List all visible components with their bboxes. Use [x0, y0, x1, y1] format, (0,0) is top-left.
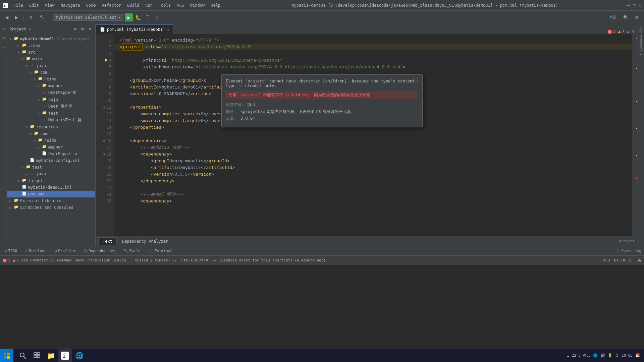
tree-item-user[interactable]: ☕ User 用户类: [7, 103, 95, 110]
tree-item-mybatistest[interactable]: ☕ MybatisTest 类: [7, 117, 95, 124]
start-button[interactable]: [0, 349, 13, 362]
code-content[interactable]: <?xml version="1.0" encoding="UTF-8"?> <…: [114, 34, 632, 236]
tool-terminal[interactable]: ⬛ Terminal: [147, 248, 174, 254]
menu-file[interactable]: File: [11, 2, 26, 9]
taskbar-taskview[interactable]: [30, 349, 44, 362]
menu-navigate[interactable]: Navigate: [58, 2, 83, 9]
tree-item-root[interactable]: ▼ 📁 mybatis-demo01 D:\develop\code: [7, 36, 95, 42]
status-bar-left: ⬤ 2 ▲ 7 Key Promoter X: Command Show Tra…: [3, 258, 599, 262]
problems-label: Problems: [29, 249, 47, 253]
tree-item-test2[interactable]: ▼ 📁 test: [7, 164, 95, 171]
tree-item-com2[interactable]: ▼ 📁 com: [7, 130, 95, 137]
tree-item-test-folder[interactable]: ▼ 📁 test: [7, 110, 95, 117]
tree-item-main[interactable]: ▼ 📁 main: [7, 56, 95, 62]
forward-button[interactable]: ▶: [12, 14, 21, 21]
tree-item-heima[interactable]: ▼ 📁 heima: [7, 76, 95, 82]
tool-dependencies[interactable]: ⬡ Dependencies: [82, 248, 117, 254]
taskbar-explorer[interactable]: 📁: [44, 349, 58, 362]
back-button[interactable]: ◀: [3, 14, 11, 21]
run-config-dropdown-icon[interactable]: ▾: [118, 15, 120, 20]
scroll-up-button[interactable]: ▲: [627, 29, 630, 34]
taskbar-search[interactable]: [16, 349, 30, 362]
tab-dependency-analyzer[interactable]: Dependency Analyzer: [118, 238, 172, 245]
tool-profiler[interactable]: ◎ Profiler: [53, 248, 78, 254]
taskbar-idea[interactable]: i: [58, 349, 72, 362]
menu-refactor[interactable]: Refactor: [99, 2, 124, 9]
tree-item-mapper[interactable]: ▶ 📁 mapper: [7, 82, 95, 89]
sidebar-collapse-all[interactable]: ⇐: [72, 26, 78, 32]
tool-todo[interactable]: ☑ TODO: [3, 248, 19, 254]
line-num-13: 13: [96, 117, 114, 124]
menu-run[interactable]: Run: [143, 2, 155, 9]
tooltip-more-button[interactable]: ⋮: [415, 77, 420, 82]
sidebar-title: Project ▾: [9, 27, 71, 32]
menu-view[interactable]: View: [42, 2, 57, 9]
menu-window[interactable]: Window: [187, 2, 207, 9]
tree-label-mybatistest: MybatisTest 类: [48, 117, 82, 123]
title-bar-controls: — □ ✕: [627, 2, 641, 9]
line-num-18: ◉ 18: [96, 151, 114, 158]
debug-button[interactable]: 🐛: [134, 13, 142, 21]
code-line-1: <?xml version="1.0" encoding="UTF-8"?>: [114, 37, 632, 44]
settings-button[interactable]: ⚙: [632, 14, 641, 21]
project-panel-icon[interactable]: P: [1, 27, 6, 32]
translate-button[interactable]: A文: [607, 13, 619, 21]
svg-line-7: [24, 357, 26, 359]
line-num-9: 9: [96, 90, 114, 97]
run-configuration[interactable]: MybatisTest.SelectAllTest ▾: [53, 14, 123, 21]
line-num-21: 21: [96, 171, 114, 178]
menu-vcs[interactable]: VCS: [174, 2, 187, 9]
build-button[interactable]: 🔨: [37, 14, 47, 21]
tree-item-external-libs[interactable]: ▶ 📁 External Libraries: [7, 197, 95, 204]
tab-close-button[interactable]: ✕: [167, 28, 169, 32]
coverage-button[interactable]: ⛉: [144, 13, 152, 21]
tree-item-java[interactable]: ▼ ☕ java: [7, 62, 95, 69]
menu-edit[interactable]: Edit: [26, 2, 42, 9]
run-button[interactable]: ▶: [125, 13, 133, 21]
tab-text[interactable]: Text: [98, 237, 117, 245]
close-button[interactable]: ✕: [639, 3, 641, 8]
minimize-button[interactable]: —: [627, 2, 630, 9]
favorites-panel-icon[interactable]: ★: [1, 44, 6, 51]
code-line-22: </dependency>: [114, 178, 632, 184]
maximize-button[interactable]: □: [633, 3, 636, 8]
tree-item-src[interactable]: ▼ 📁 src: [7, 49, 95, 56]
tree-item-mybatis-config[interactable]: 📄 mybatis-config.xml: [7, 157, 95, 164]
menu-help[interactable]: Help: [208, 2, 223, 9]
code-line-16: <dependencies>: [114, 137, 632, 144]
tree-item-mapper2[interactable]: ▶ 📁 mapper: [7, 144, 95, 150]
tree-item-usermapper[interactable]: ☕ UserMapper接: [7, 89, 95, 96]
sidebar-settings[interactable]: ⚙: [79, 26, 86, 32]
tree-item-java2[interactable]: ▶ ☕ java: [7, 171, 95, 177]
tree-item-scratches[interactable]: ▶ 📁 Scratches and Consoles: [7, 204, 95, 211]
structure-panel-icon[interactable]: S: [1, 36, 6, 40]
tab-pom-xml[interactable]: 📄 pom.xml (mybatis-demo01) ✕: [96, 24, 173, 34]
system-time: 20:05: [622, 353, 633, 358]
tree-item-pom[interactable]: 📄 pom.xml: [7, 191, 95, 197]
tree-item-resources[interactable]: ▼ 📁 resources: [7, 124, 95, 130]
tree-item-usermapper-xml[interactable]: 📄 UserMapper.x: [7, 150, 95, 157]
menu-build[interactable]: Build: [124, 2, 142, 9]
search-everywhere-button[interactable]: 🔍: [621, 14, 631, 21]
tool-problems[interactable]: ⚠ Problems: [23, 248, 49, 254]
tree-item-iml[interactable]: 📃 mybatis-demo01.iml: [7, 184, 95, 191]
right-panel-key-promoter[interactable]: Key Promoter X: [639, 27, 643, 55]
tree-item-com[interactable]: ▼ 📁 com: [7, 69, 95, 76]
tree-item-heima2[interactable]: ▼ 📁 heima: [7, 137, 95, 144]
scroll-down-button[interactable]: ▼: [632, 29, 635, 34]
menu-bar: File Edit View Navigate Code Refactor Bu…: [11, 2, 223, 9]
tree-item-idea[interactable]: ▶ 📁 .idea: [7, 42, 95, 49]
taskbar-notification[interactable]: 📅: [635, 353, 640, 358]
tree-item-target[interactable]: ▼ 📁 target: [7, 177, 95, 184]
tree-item-pojo[interactable]: ▼ 📁 pojo: [7, 96, 95, 103]
project-settings-button[interactable]: ⚙: [26, 14, 36, 21]
menu-tools[interactable]: Tools: [156, 2, 173, 9]
tool-build[interactable]: 🔨 Build: [121, 248, 143, 254]
editor-area: 📄 pom.xml (mybatis-demo01) ✕ ⬤ 2 ▲ 7 ▲ ▼: [96, 24, 637, 246]
svg-rect-2: [4, 353, 6, 355]
sidebar-close[interactable]: ✕: [87, 26, 93, 32]
event-log-button[interactable]: 1 Event Log: [617, 249, 641, 253]
profile-button[interactable]: ◎: [153, 13, 161, 21]
taskbar-chrome[interactable]: 🌐: [72, 349, 86, 362]
menu-code[interactable]: Code: [84, 2, 99, 9]
